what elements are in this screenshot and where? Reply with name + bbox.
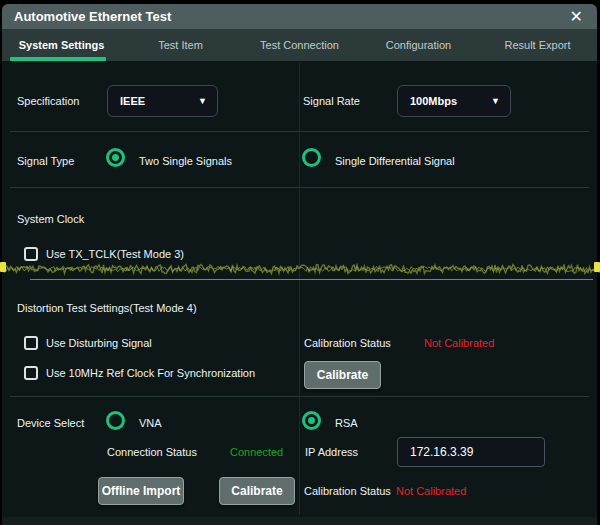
radio-rsa[interactable] [302,411,321,430]
use-disturbing-signal-checkbox[interactable] [24,336,38,350]
signal-rate-dropdown[interactable]: 100Mbps ▼ [397,85,511,117]
system-clock-title: System Clock [17,213,84,226]
close-icon[interactable]: ✕ [570,9,583,25]
radio-single-differential-signal[interactable] [302,148,321,167]
trigger-marker-right [594,262,600,272]
tab-test-item[interactable]: Test Item [121,29,240,61]
specification-label: Specification [17,95,79,108]
distortion-calibration-status-value: Not Calibrated [424,337,494,350]
radio-two-single-signals[interactable] [106,148,125,167]
device-calibration-status-value: Not Calibrated [396,485,466,498]
specification-dropdown[interactable]: IEEE ▼ [107,85,218,117]
tab-label: Result Export [504,39,570,51]
signal-type-label: Signal Type [17,155,74,168]
tab-result-export[interactable]: Result Export [478,29,597,61]
section-divider [10,187,589,188]
screen-bottom-strip [2,517,597,525]
device-calibrate-button[interactable]: Calibrate [219,477,295,505]
trigger-marker-left [0,262,6,272]
waveform-trace [0,260,600,278]
use-10mhz-refclock-checkbox[interactable] [24,366,38,380]
oscilloscope-screen: Automotive Ethernet Test ✕ System Settin… [0,0,600,525]
radio-vna-label: VNA [139,417,162,430]
tab-label: Test Item [158,39,203,51]
ip-address-label: IP Address [305,446,358,459]
offline-import-button[interactable]: Offline Import [98,477,184,505]
radio-rsa-label: RSA [335,417,358,430]
dialog-titlebar[interactable]: Automotive Ethernet Test ✕ [2,4,597,29]
dialog-body: Specification IEEE ▼ Signal Rate 100Mbps… [2,61,597,517]
tab-configuration[interactable]: Configuration [359,29,478,61]
use-disturbing-signal-label: Use Disturbing Signal [46,337,152,350]
dialog-title: Automotive Ethernet Test [14,9,171,24]
tab-bar: System Settings Test Item Test Connectio… [2,29,597,61]
signal-rate-value: 100Mbps [410,95,457,107]
section-divider [10,131,589,132]
tab-label: Test Connection [260,39,339,51]
distortion-title: Distortion Test Settings(Test Mode 4) [17,302,197,315]
device-calibration-status-label: Calibration Status [304,485,391,498]
radio-single-differential-signal-label: Single Differential Signal [335,155,455,168]
tab-system-settings[interactable]: System Settings [2,29,121,61]
use-tx-tclk-checkbox[interactable] [24,247,38,261]
graticule-baseline [30,279,593,280]
chevron-down-icon: ▼ [198,97,207,106]
tab-label: System Settings [19,39,105,51]
tab-label: Configuration [386,39,451,51]
use-10mhz-refclock-label: Use 10MHz Ref Clock For Synchronization [46,367,255,380]
section-divider [10,396,589,397]
distortion-calibrate-button[interactable]: Calibrate [304,361,381,389]
chevron-down-icon: ▼ [491,97,500,106]
tab-test-connection[interactable]: Test Connection [240,29,359,61]
device-select-label: Device Select [17,417,84,430]
connection-status-label: Connection Status [107,446,197,459]
distortion-calibration-status-label: Calibration Status [304,337,391,350]
radio-two-single-signals-label: Two Single Signals [139,155,232,168]
signal-rate-label: Signal Rate [303,95,360,108]
ip-address-input[interactable] [397,437,545,467]
radio-vna[interactable] [106,411,125,430]
specification-value: IEEE [120,95,145,107]
connection-status-value: Connected [230,446,283,459]
